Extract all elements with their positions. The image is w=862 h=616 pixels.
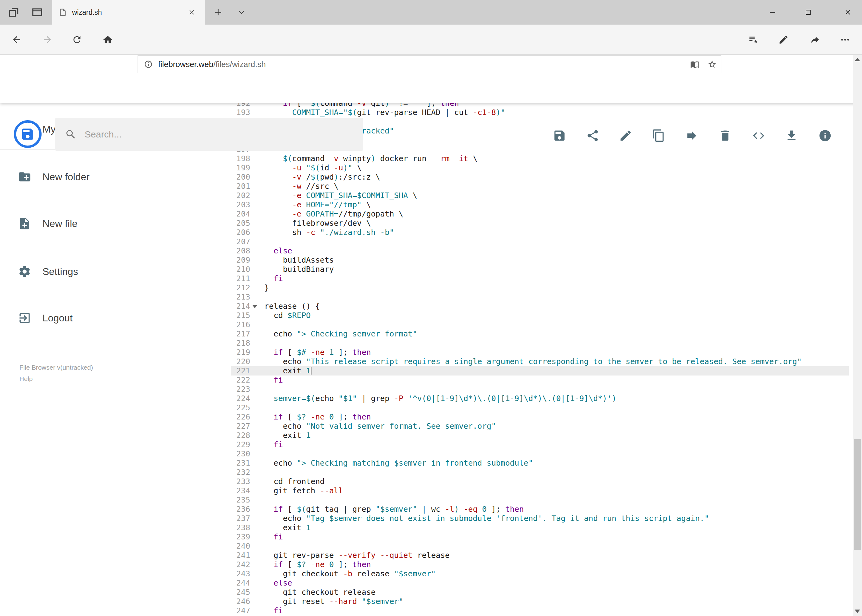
code-line[interactable]: 213 (231, 292, 849, 302)
new-tab-button[interactable] (210, 4, 227, 21)
code-line[interactable]: 230 (231, 449, 849, 459)
code-view-button[interactable] (749, 126, 769, 146)
code-line[interactable]: 199 -u "$(id -u)" \ (231, 163, 849, 173)
vertical-scrollbar[interactable] (853, 55, 862, 616)
info-button[interactable] (815, 126, 835, 146)
code-line[interactable]: 221 exit 1 (231, 366, 849, 376)
code-line[interactable]: 231 echo "> Checking matching $semver in… (231, 459, 849, 468)
refresh-icon[interactable] (68, 30, 86, 49)
forward-icon[interactable] (38, 30, 57, 49)
sidebar-footer: File Browser v(untracked) Help (19, 361, 93, 384)
sidebar-item-new-folder[interactable]: New folder (0, 165, 198, 189)
url-field[interactable]: filebrowser.web/files/wizard.sh (137, 55, 721, 73)
code-line[interactable]: 245 git checkout release (231, 588, 849, 597)
code-line[interactable]: 210 buildBinary (231, 265, 849, 274)
code-line[interactable]: 212} (231, 283, 849, 292)
code-line[interactable]: 232 (231, 468, 849, 477)
fold-marker-icon[interactable] (250, 302, 260, 311)
code-line[interactable]: 227 echo "Not valid semver format. See s… (231, 422, 849, 431)
code-line[interactable]: 223 (231, 385, 849, 394)
code-line[interactable]: 211 fi (231, 274, 849, 283)
more-options-icon[interactable] (836, 30, 854, 49)
code-line[interactable]: 226 if [ $? -ne 0 ]; then (231, 412, 849, 422)
help-link[interactable]: Help (19, 373, 93, 384)
fold-gutter (250, 422, 260, 431)
scroll-down-arrow-icon[interactable] (853, 607, 862, 616)
fold-gutter (250, 385, 260, 394)
code-line[interactable]: 241 git rev-parse --verify --quiet relea… (231, 551, 849, 560)
code-line[interactable]: 225 (231, 403, 849, 412)
code-line[interactable]: 228 exit 1 (231, 431, 849, 440)
save-button[interactable] (550, 126, 569, 146)
code-line[interactable]: 201 -w //src \ (231, 182, 849, 191)
sidebar-item-new-file[interactable]: New file (0, 211, 198, 236)
share-icon[interactable] (806, 30, 824, 49)
delete-button[interactable] (715, 126, 735, 146)
code-line[interactable]: 214release () { (231, 302, 849, 311)
code-line[interactable]: 202 -e COMMIT_SHA=$COMMIT_SHA \ (231, 191, 849, 200)
sidebar-item-settings[interactable]: Settings (0, 259, 198, 284)
download-button[interactable] (782, 126, 801, 146)
code-line[interactable]: 233 cd frontend (231, 477, 849, 486)
code-line[interactable]: 242 if [ $? -ne 0 ]; then (231, 560, 849, 569)
code-line[interactable]: 234 git fetch --all (231, 486, 849, 495)
browser-tab[interactable]: wizard.sh (52, 0, 205, 25)
search-input[interactable] (85, 129, 353, 140)
reading-view-icon[interactable] (690, 60, 700, 69)
code-line[interactable]: 218 (231, 339, 849, 348)
code-line[interactable]: 244 else (231, 578, 849, 588)
app-logo[interactable] (14, 120, 42, 148)
fold-gutter (250, 200, 260, 209)
code-line[interactable]: 243 git checkout -b release "$semver" (231, 569, 849, 578)
code-line[interactable]: 240 (231, 542, 849, 551)
code-line[interactable]: 209 buildAssets (231, 256, 849, 265)
close-button[interactable] (834, 0, 862, 25)
code-line[interactable]: 220 echo "This release script requires a… (231, 357, 849, 366)
code-line[interactable]: 239 fi (231, 532, 849, 542)
scrollbar-thumb[interactable] (854, 439, 861, 550)
code-line[interactable]: 246 git reset --hard "$semver" (231, 597, 849, 606)
code-line[interactable]: 217 echo "> Checking semver format" (231, 329, 849, 339)
site-info-icon[interactable] (144, 60, 153, 69)
tab-list-chevron-icon[interactable] (233, 4, 250, 21)
code-line[interactable]: 215 cd $REPO (231, 311, 849, 320)
code-line[interactable]: 205 filebrowser/dev \ (231, 218, 849, 228)
scroll-up-arrow-icon[interactable] (853, 55, 862, 64)
rename-button[interactable] (616, 126, 635, 146)
back-icon[interactable] (7, 30, 26, 49)
minimize-button[interactable] (758, 0, 786, 25)
code-line[interactable]: 236 if [ $(git tag | grep "$semver" | wc… (231, 504, 849, 514)
code-line[interactable]: 219 if [ $# -ne 1 ]; then (231, 348, 849, 357)
tab-preview-icon[interactable] (28, 4, 46, 21)
code-line[interactable]: 229 fi (231, 440, 849, 449)
code-line[interactable]: 247 fi (231, 606, 849, 615)
home-icon[interactable] (98, 30, 117, 49)
sidebar-item-logout[interactable]: Logout (0, 306, 198, 330)
code-editor[interactable]: 192 if [ "$(command -v git)" != "" ]; th… (231, 99, 849, 615)
search-box[interactable] (55, 118, 363, 151)
fold-gutter (250, 486, 260, 495)
favorite-star-icon[interactable] (708, 60, 717, 69)
code-line[interactable]: 237 echo "Tag $semver does not exist in … (231, 514, 849, 523)
code-line[interactable]: 193 COMMIT_SHA="$(git rev-parse HEAD | c… (231, 108, 849, 117)
maximize-button[interactable] (794, 0, 822, 25)
code-line[interactable]: 224 semver=$(echo "$1" | grep -P '^v(0|[… (231, 394, 849, 403)
move-button[interactable] (682, 126, 702, 146)
copy-button[interactable] (649, 126, 668, 146)
share-file-button[interactable] (583, 126, 603, 146)
code-line[interactable]: 204 -e GOPATH=//tmp/gopath \ (231, 209, 849, 218)
code-line[interactable]: 235 (231, 495, 849, 504)
code-line[interactable]: 207 (231, 237, 849, 246)
code-line[interactable]: 203 -e HOME="//tmp" \ (231, 200, 849, 209)
code-line[interactable]: 238 exit 1 (231, 523, 849, 532)
set-tabs-aside-icon[interactable] (5, 4, 22, 21)
code-line[interactable]: 216 (231, 320, 849, 329)
code-line[interactable]: 200 -v /$(pwd):/src:z \ (231, 173, 849, 182)
tab-close-icon[interactable] (185, 6, 199, 19)
web-note-pen-icon[interactable] (774, 30, 793, 49)
code-line[interactable]: 208 else (231, 246, 849, 256)
code-line[interactable]: 206 sh -c "./wizard.sh -b" (231, 228, 849, 237)
code-line[interactable]: 222 fi (231, 376, 849, 385)
code-line[interactable]: 198 $(command -v winpty) docker run --rm… (231, 154, 849, 163)
hub-favorites-icon[interactable] (744, 30, 763, 49)
